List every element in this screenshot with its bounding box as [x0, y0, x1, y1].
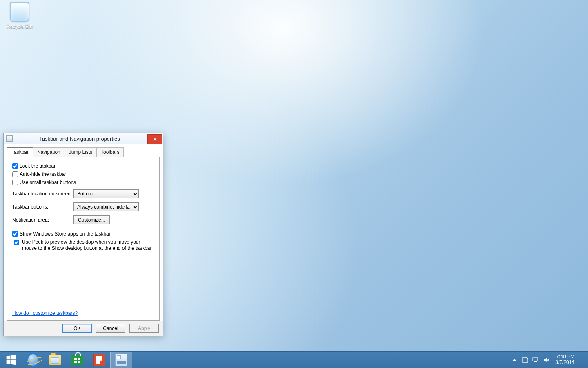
svg-marker-0	[7, 356, 11, 360]
cancel-button[interactable]: Cancel	[96, 324, 125, 333]
svg-rect-5	[534, 361, 537, 362]
tray-volume-icon[interactable]	[543, 357, 550, 363]
system-tray: 7:40 PM 3/7/2014	[507, 352, 588, 368]
windows-store-icon	[71, 354, 83, 366]
checkbox-auto-hide-taskbar[interactable]	[12, 171, 18, 177]
help-link-customize-taskbars[interactable]: How do I customize taskbars?	[12, 310, 78, 316]
windows-logo-icon	[5, 354, 17, 366]
checkbox-label: Auto-hide the taskbar	[20, 171, 66, 177]
tray-action-center-icon[interactable]	[522, 357, 528, 363]
customize-notification-button[interactable]: Customize...	[74, 215, 110, 224]
dialog-sysmenu-icon[interactable]	[6, 135, 13, 142]
tab-taskbar[interactable]: Taskbar	[7, 147, 33, 157]
checkbox-label: Show Windows Store apps on the taskbar	[20, 231, 111, 237]
file-explorer-icon	[49, 354, 61, 366]
label-taskbar-location: Taskbar location on screen:	[12, 191, 74, 197]
label-taskbar-buttons: Taskbar buttons:	[12, 204, 74, 210]
desktop-icon-recycle-bin[interactable]: Recycle Bin	[4, 2, 35, 29]
tab-jump-lists[interactable]: Jump Lists	[65, 147, 97, 157]
checkbox-label: Lock the taskbar	[20, 163, 56, 169]
properties-window-icon	[115, 354, 127, 366]
tray-show-hidden-icons[interactable]	[511, 357, 518, 363]
tray-network-icon[interactable]	[532, 357, 539, 363]
dialog-tabstrip: Taskbar Navigation Jump Lists Toolbars	[4, 144, 163, 157]
tab-panel-taskbar: Lock the taskbar Auto-hide the taskbar U…	[7, 157, 160, 321]
close-button[interactable]: ✕	[147, 134, 162, 144]
svg-marker-2	[7, 360, 11, 364]
taskbar-button-taskbar-properties[interactable]	[110, 352, 132, 368]
tab-toolbars[interactable]: Toolbars	[97, 147, 124, 157]
taskbar-button-internet-explorer[interactable]	[22, 352, 44, 368]
dialog-footer: OK Cancel Apply	[4, 321, 163, 336]
app-icon	[93, 354, 105, 366]
ok-button[interactable]: OK	[62, 324, 92, 333]
select-taskbar-location[interactable]: Bottom	[74, 189, 139, 198]
svg-rect-4	[533, 358, 538, 361]
desktop-icon-label: Recycle Bin	[4, 24, 35, 29]
close-icon: ✕	[153, 137, 157, 142]
internet-explorer-icon	[27, 354, 39, 366]
apply-button[interactable]: Apply	[129, 324, 159, 333]
checkbox-small-taskbar-buttons[interactable]	[12, 180, 18, 185]
tab-navigation[interactable]: Navigation	[33, 147, 65, 157]
clock-date: 3/7/2014	[555, 360, 575, 366]
taskbar-button-file-explorer[interactable]	[44, 352, 66, 368]
checkbox-label: Use Peek to preview the desktop when you…	[22, 239, 154, 251]
checkbox-label: Use small taskbar buttons	[20, 180, 76, 185]
dialog-titlebar[interactable]: Taskbar and Navigation properties ✕	[4, 133, 163, 144]
start-button[interactable]	[0, 352, 22, 368]
checkbox-show-store-apps[interactable]	[12, 231, 18, 237]
taskbar: 7:40 PM 3/7/2014	[0, 351, 588, 368]
clock-time: 7:40 PM	[555, 354, 575, 360]
select-taskbar-buttons[interactable]: Always combine, hide labels	[74, 202, 139, 211]
svg-marker-3	[11, 360, 16, 365]
taskbar-button-app-1[interactable]	[88, 352, 110, 368]
checkbox-use-peek[interactable]	[14, 240, 19, 245]
dialog-title: Taskbar and Navigation properties	[15, 136, 144, 142]
taskbar-clock[interactable]: 7:40 PM 3/7/2014	[554, 352, 578, 367]
label-notification-area: Notification area:	[12, 217, 74, 223]
taskbar-properties-dialog: Taskbar and Navigation properties ✕ Task…	[3, 133, 163, 336]
desktop-background[interactable]: Recycle Bin Taskbar and Navigation prope…	[0, 0, 588, 352]
taskbar-button-store[interactable]	[66, 352, 88, 368]
svg-marker-1	[11, 355, 16, 360]
chevron-up-icon	[512, 359, 517, 361]
recycle-bin-icon	[9, 2, 30, 23]
checkbox-lock-taskbar[interactable]	[12, 163, 18, 169]
